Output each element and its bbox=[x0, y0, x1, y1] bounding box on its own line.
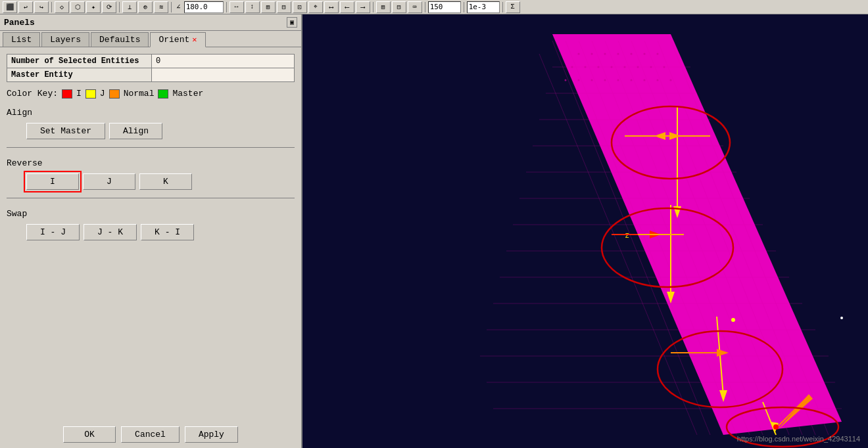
info-table: Number of Selected Entities 0 Master Ent… bbox=[7, 54, 295, 82]
viewport-svg: z bbox=[302, 14, 868, 448]
angle-input[interactable] bbox=[184, 1, 224, 13]
left-panel: Panels ▣ List Layers Defaults Orient✕ Nu bbox=[0, 14, 302, 448]
angle-label: ∠ bbox=[174, 3, 183, 11]
svg-point-17 bbox=[565, 79, 567, 81]
color-swatch-j bbox=[85, 89, 96, 99]
toolbar: ⬛ ↩ ↪ ◇ ⬡ ✦ ⟳ ⟂ ⊕ ≋ ∠ ↔ ↕ ⊞ ⊟ ⊡ ⌖ ⟷ ⟵ ⟶ … bbox=[0, 0, 868, 14]
svg-point-20 bbox=[604, 79, 606, 81]
panel-title: Panels bbox=[4, 18, 35, 28]
toolbar-btn-21[interactable]: ⊟ bbox=[392, 1, 406, 13]
panel-titlebar: Panels ▣ bbox=[0, 14, 301, 31]
svg-point-3 bbox=[591, 53, 593, 55]
toolbar-btn-1[interactable]: ⬛ bbox=[3, 1, 17, 13]
toolbar-sep-6 bbox=[425, 2, 425, 12]
color-swatch-i bbox=[62, 89, 72, 99]
ok-button[interactable]: OK bbox=[63, 426, 116, 443]
panel-content: Number of Selected Entities 0 Master Ent… bbox=[0, 47, 301, 421]
toolbar-btn-23[interactable]: Σ bbox=[506, 1, 520, 13]
toolbar-btn-2[interactable]: ↩ bbox=[18, 1, 33, 13]
tab-defaults[interactable]: Defaults bbox=[91, 32, 149, 47]
tab-layers[interactable]: Layers bbox=[41, 32, 89, 47]
toolbar-btn-5[interactable]: ⬡ bbox=[70, 1, 85, 13]
bottom-buttons: OK Cancel Apply bbox=[0, 421, 301, 448]
reverse-label: Reverse bbox=[7, 158, 295, 168]
toolbar-btn-7[interactable]: ⟳ bbox=[102, 1, 116, 13]
svg-point-4 bbox=[604, 53, 606, 55]
apply-button[interactable]: Apply bbox=[185, 426, 238, 443]
toolbar-btn-22[interactable]: ⌨ bbox=[408, 1, 422, 13]
toolbar-btn-20[interactable]: ⊞ bbox=[376, 1, 391, 13]
toolbar-btn-4[interactable]: ◇ bbox=[55, 1, 69, 13]
length-input[interactable] bbox=[428, 1, 461, 13]
toolbar-sep-1 bbox=[51, 2, 52, 12]
svg-point-6 bbox=[631, 53, 633, 55]
pin-button[interactable]: ▣ bbox=[287, 17, 297, 28]
toolbar-sep-2 bbox=[119, 2, 120, 12]
master-label: Master Entity bbox=[7, 68, 152, 81]
svg-point-69 bbox=[731, 318, 735, 322]
toolbar-btn-12[interactable]: ↕ bbox=[245, 1, 260, 13]
color-key-label: Color Key: bbox=[7, 89, 58, 99]
swap-ij-button[interactable]: I - J bbox=[26, 224, 80, 240]
tab-orient[interactable]: Orient✕ bbox=[150, 32, 205, 47]
master-value bbox=[152, 68, 294, 81]
toolbar-btn-8[interactable]: ⟂ bbox=[122, 1, 137, 13]
divider-1 bbox=[7, 147, 295, 148]
cancel-button[interactable]: Cancel bbox=[121, 426, 180, 443]
toolbar-sep-8 bbox=[502, 2, 503, 12]
color-key-normal: Normal bbox=[124, 89, 155, 99]
swap-label: Swap bbox=[7, 209, 295, 219]
toolbar-btn-9[interactable]: ⊕ bbox=[138, 1, 153, 13]
align-buttons: Set Master Align bbox=[7, 123, 295, 139]
color-key: Color Key: I J Normal Master bbox=[7, 87, 295, 100]
color-swatch-normal bbox=[109, 89, 120, 99]
color-key-j: J bbox=[100, 89, 105, 99]
svg-point-77 bbox=[840, 317, 843, 319]
toolbar-btn-19[interactable]: ⟶ bbox=[356, 1, 370, 13]
reverse-j-button[interactable]: J bbox=[83, 173, 135, 190]
toolbar-btn-18[interactable]: ⟵ bbox=[340, 1, 354, 13]
toolbar-btn-14[interactable]: ⊟ bbox=[277, 1, 291, 13]
toolbar-sep-3 bbox=[171, 2, 172, 12]
entities-label: Number of Selected Entities bbox=[7, 55, 152, 68]
tab-close-icon[interactable]: ✕ bbox=[192, 35, 197, 45]
swap-jk-button[interactable]: J - K bbox=[84, 224, 137, 240]
toolbar-btn-10[interactable]: ≋ bbox=[154, 1, 168, 13]
toolbar-btn-6[interactable]: ✦ bbox=[86, 1, 101, 13]
swap-buttons: I - J J - K K - I bbox=[7, 224, 295, 240]
svg-point-22 bbox=[631, 79, 633, 81]
toolbar-btn-15[interactable]: ⊡ bbox=[293, 1, 307, 13]
reverse-buttons: I J K bbox=[7, 173, 295, 190]
color-key-i: I bbox=[76, 89, 82, 99]
toolbar-btn-11[interactable]: ↔ bbox=[229, 1, 244, 13]
align-label: Align bbox=[7, 108, 295, 118]
tab-list[interactable]: List bbox=[3, 32, 40, 47]
set-master-button[interactable]: Set Master bbox=[26, 123, 105, 139]
svg-point-7 bbox=[644, 53, 646, 55]
toolbar-btn-16[interactable]: ⌖ bbox=[308, 1, 323, 13]
align-button[interactable]: Align bbox=[109, 123, 162, 139]
toolbar-btn-3[interactable]: ↪ bbox=[34, 1, 49, 13]
swap-ki-button[interactable]: K - I bbox=[141, 224, 194, 240]
main-area: Panels ▣ List Layers Defaults Orient✕ Nu bbox=[0, 14, 868, 448]
color-swatch-master bbox=[158, 89, 168, 99]
divider-2 bbox=[7, 198, 295, 198]
toolbar-sep-5 bbox=[373, 2, 374, 12]
toolbar-sep-4 bbox=[226, 2, 227, 12]
toolbar-sep-7 bbox=[464, 2, 464, 12]
info-row-master: Master Entity bbox=[7, 68, 294, 81]
svg-point-21 bbox=[617, 79, 619, 81]
canvas-area: z bbox=[302, 14, 868, 448]
svg-point-2 bbox=[578, 53, 580, 55]
svg-point-75 bbox=[773, 424, 779, 430]
scale-input[interactable] bbox=[467, 1, 500, 13]
svg-point-5 bbox=[617, 53, 619, 55]
svg-point-18 bbox=[578, 79, 580, 81]
toolbar-btn-17[interactable]: ⟷ bbox=[324, 1, 339, 13]
panel-tabs: List Layers Defaults Orient✕ bbox=[0, 31, 301, 47]
reverse-i-button[interactable]: I bbox=[26, 173, 79, 190]
toolbar-btn-13[interactable]: ⊞ bbox=[261, 1, 276, 13]
reverse-k-button[interactable]: K bbox=[139, 173, 192, 190]
color-key-master: Master bbox=[172, 89, 203, 99]
info-row-entities: Number of Selected Entities 0 bbox=[7, 55, 294, 68]
